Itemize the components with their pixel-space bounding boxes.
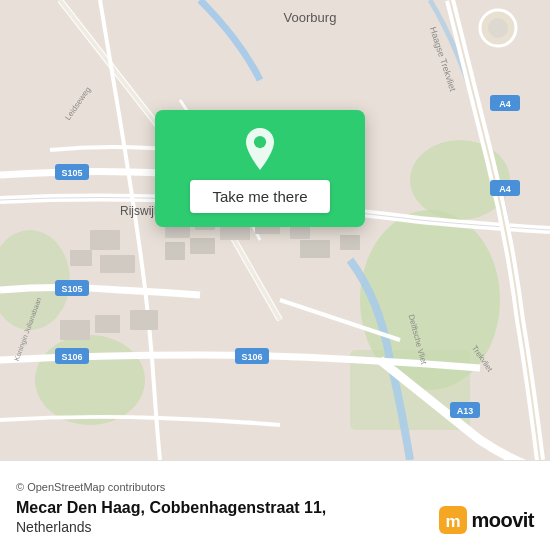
svg-text:S106: S106 bbox=[61, 352, 82, 362]
svg-point-43 bbox=[488, 18, 508, 38]
svg-rect-31 bbox=[290, 225, 310, 239]
svg-text:m: m bbox=[446, 512, 461, 531]
svg-rect-35 bbox=[340, 235, 360, 250]
svg-text:A4: A4 bbox=[499, 99, 511, 109]
svg-rect-36 bbox=[90, 230, 120, 250]
svg-rect-32 bbox=[165, 242, 185, 260]
svg-text:Voorburg: Voorburg bbox=[284, 10, 337, 25]
svg-text:S106: S106 bbox=[241, 352, 262, 362]
location-popup: Take me there bbox=[155, 110, 365, 227]
copyright-text: © OpenStreetMap contributors bbox=[16, 481, 534, 493]
moovit-icon: m bbox=[439, 506, 467, 534]
svg-text:S105: S105 bbox=[61, 284, 82, 294]
svg-rect-39 bbox=[60, 320, 90, 340]
svg-text:A4: A4 bbox=[499, 184, 511, 194]
svg-rect-34 bbox=[300, 240, 330, 258]
take-me-there-button[interactable]: Take me there bbox=[190, 180, 329, 213]
svg-text:A13: A13 bbox=[457, 406, 474, 416]
svg-rect-40 bbox=[95, 315, 120, 333]
footer-panel: © OpenStreetMap contributors Mecar Den H… bbox=[0, 460, 550, 550]
moovit-brand-text: moovit bbox=[471, 509, 534, 532]
map-area: S105 S105 S106 S106 A4 A4 A13 Voorburg R… bbox=[0, 0, 550, 460]
location-pin-icon bbox=[239, 128, 281, 170]
svg-point-44 bbox=[254, 136, 266, 148]
svg-rect-41 bbox=[130, 310, 158, 330]
svg-text:S105: S105 bbox=[61, 168, 82, 178]
moovit-logo: m moovit bbox=[439, 506, 534, 534]
svg-rect-38 bbox=[70, 250, 92, 266]
svg-rect-33 bbox=[190, 238, 215, 254]
svg-point-3 bbox=[35, 335, 145, 425]
svg-rect-37 bbox=[100, 255, 135, 273]
